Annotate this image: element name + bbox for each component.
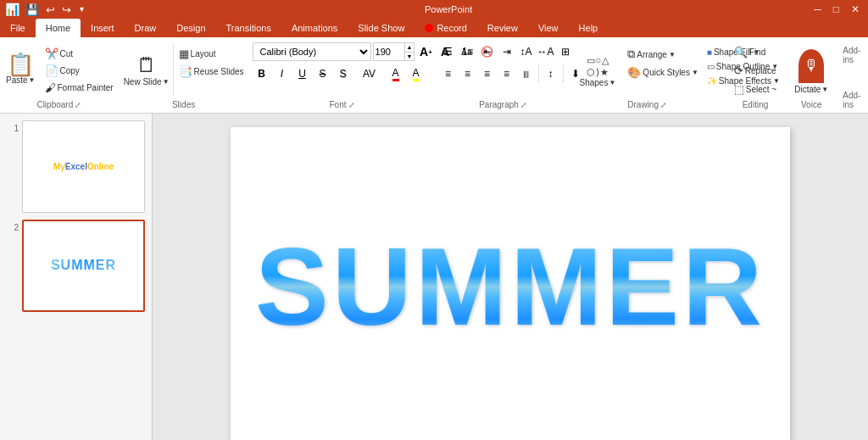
justify-button[interactable]: ≡ [498, 64, 516, 83]
tab-slideshow[interactable]: Slide Show [348, 19, 415, 37]
increase-indent-button[interactable]: ⇥ [498, 42, 516, 61]
new-slide-dropdown[interactable]: ▼ [163, 78, 170, 86]
font-label: Font [330, 100, 347, 109]
slide-1-number: 1 [7, 124, 19, 133]
align-right-button[interactable]: ≡ [478, 64, 497, 83]
shapes-button[interactable]: ▭○ △⬡ ⟩★ Shapes ▼ [573, 42, 623, 100]
tab-record[interactable]: Record [415, 19, 476, 37]
font-family-select[interactable]: Calibri (Body) [253, 42, 371, 61]
tab-home[interactable]: Home [36, 19, 81, 37]
summer-text: SUMMER [255, 231, 765, 342]
columns-button[interactable]: ⫼ [517, 64, 536, 83]
slide-2-content: SUMMER [51, 258, 116, 273]
decrease-indent-button[interactable]: ⇤ [478, 42, 497, 61]
slide-1-content: MyExcelOnline [53, 161, 114, 172]
tab-animations[interactable]: Animations [281, 19, 348, 37]
restore-btn[interactable]: □ [830, 3, 843, 15]
qa-dropdown[interactable]: ▼ [77, 4, 86, 14]
highlight-color-button[interactable]: A [407, 64, 426, 83]
cut-icon: ✂️ [45, 47, 58, 60]
line-spacing-button[interactable]: ↕ [542, 64, 560, 83]
copy-icon: 📄 [45, 64, 58, 77]
reuse-slides-button[interactable]: 📑 Reuse Slides [175, 64, 248, 80]
layout-button[interactable]: ▦ Layout [175, 46, 248, 62]
tab-draw[interactable]: Draw [125, 19, 167, 37]
tab-review[interactable]: Review [477, 19, 528, 37]
paragraph-launcher[interactable]: ⤢ [520, 101, 527, 109]
arrange-button[interactable]: ⧉ Arrange ▼ [624, 46, 702, 63]
font-size-up[interactable]: ▲ [405, 43, 415, 53]
align-center-button[interactable]: ≡ [459, 64, 477, 83]
increase-font-button[interactable]: A+ [416, 42, 435, 61]
select-icon: ⬚ [734, 83, 744, 96]
quick-styles-button[interactable]: 🎨 Quick Styles ▼ [624, 64, 702, 81]
addins-label: Add-ins [843, 91, 861, 109]
drawing-launcher[interactable]: ⤢ [660, 101, 667, 109]
dictate-button[interactable]: 🎙 Dictate ▼ [790, 47, 832, 97]
align-text-button[interactable]: ↔A [537, 42, 555, 61]
slide-2-thumbnail[interactable]: SUMMER [22, 220, 145, 312]
tab-design[interactable]: Design [166, 19, 215, 37]
char-spacing-button[interactable]: AV [360, 64, 379, 83]
font-launcher[interactable]: ⤢ [348, 101, 355, 109]
slide-2-container[interactable]: 2 SUMMER [7, 220, 145, 312]
text-direction-button[interactable]: ↕A [517, 42, 536, 61]
format-painter-icon: 🖌 [45, 81, 56, 94]
qa-redo[interactable]: ↪ [61, 3, 72, 17]
clipboard-label: Clipboard [36, 100, 73, 109]
close-btn[interactable]: ✕ [848, 3, 863, 15]
arrange-icon: ⧉ [627, 47, 635, 61]
italic-button[interactable]: I [273, 64, 292, 83]
tab-insert[interactable]: Insert [81, 19, 125, 37]
bold-button[interactable]: B [253, 64, 271, 83]
shapes-dropdown[interactable]: ▼ [609, 79, 615, 86]
tab-view[interactable]: View [528, 19, 569, 37]
dictate-dropdown[interactable]: ▼ [821, 86, 828, 93]
numbering-button[interactable]: 1≡ [459, 42, 477, 61]
paste-dropdown[interactable]: ▼ [29, 76, 36, 84]
font-size-input[interactable] [374, 47, 404, 57]
strikethrough-button[interactable]: S [314, 64, 332, 83]
underline-button[interactable]: U [293, 64, 312, 83]
cut-button[interactable]: ✂️ Cut [42, 46, 117, 62]
replace-button[interactable]: ⟳ Replace [731, 63, 780, 79]
bullets-button[interactable]: ☰ [439, 42, 458, 61]
paste-button[interactable]: 📋 Paste ▼ [2, 42, 40, 95]
arrange-dropdown[interactable]: ▼ [669, 51, 676, 58]
font-color-button[interactable]: A [387, 64, 405, 83]
find-icon: 🔍 [734, 46, 748, 58]
font-size-down[interactable]: ▼ [405, 53, 415, 61]
editing-label: Editing [743, 100, 769, 109]
app-icon: 📊 [5, 3, 19, 16]
tab-transitions[interactable]: Transitions [216, 19, 281, 37]
reuse-icon: 📑 [179, 65, 192, 78]
qa-save[interactable]: 💾 [25, 3, 40, 17]
paragraph-label: Paragraph [479, 100, 519, 109]
quick-styles-dropdown[interactable]: ▼ [692, 69, 698, 76]
tab-help[interactable]: Help [569, 19, 609, 37]
slide-1-container[interactable]: 1 MyExcelOnline [7, 120, 145, 213]
main-canvas: SUMMER [153, 114, 868, 440]
qa-undo[interactable]: ↩ [45, 3, 56, 17]
shadow-button[interactable]: S [334, 64, 353, 83]
layout-icon: ▦ [179, 47, 189, 60]
slide-canvas[interactable]: SUMMER [231, 127, 790, 440]
tab-file[interactable]: File [0, 19, 36, 37]
select-button[interactable]: ⬚ Select ~ [731, 81, 780, 97]
clipboard-launcher[interactable]: ⤢ [75, 101, 81, 109]
minimize-btn[interactable]: ─ [810, 3, 825, 15]
slides-label: Slides [172, 100, 195, 109]
copy-button[interactable]: 📄 Copy [42, 63, 117, 79]
format-painter-button[interactable]: 🖌 Format Painter [42, 80, 117, 96]
window-title: PowerPoint [92, 4, 805, 14]
quick-styles-icon: 🎨 [627, 66, 641, 79]
align-left-button[interactable]: ≡ [439, 64, 458, 83]
slide-1-thumbnail[interactable]: MyExcelOnline [22, 120, 145, 213]
voice-label: Voice [801, 100, 821, 109]
slide-panel: 1 MyExcelOnline 2 SUMMER [0, 114, 153, 440]
replace-icon: ⟳ [734, 64, 743, 77]
drawing-label: Drawing [627, 100, 659, 109]
slide-2-number: 2 [7, 223, 19, 232]
find-button[interactable]: 🔍 Find [731, 44, 780, 60]
new-slide-button[interactable]: 🗒 New Slide ▼ [120, 42, 174, 97]
